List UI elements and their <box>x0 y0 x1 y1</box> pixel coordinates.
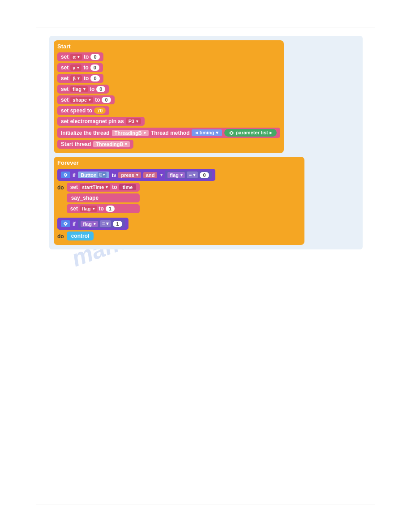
set-gamma-block: set γ ▾ to 0 <box>57 63 103 72</box>
em-label: set electromagnet pin as <box>61 118 124 124</box>
do1-content: set startTime ▾ to time say_shape set fl… <box>67 183 140 213</box>
st-to-label: to <box>112 184 117 190</box>
do2-row: do control <box>57 232 301 240</box>
pin-val[interactable]: P3 ▾ <box>126 118 141 124</box>
press-pill[interactable]: press ▾ <box>118 172 141 178</box>
thread-method-label: Thread method <box>151 130 190 136</box>
alpha-val: 0 <box>90 54 99 60</box>
set-shape-row: set shape ▾ to 0 <box>57 95 280 104</box>
gamma-val: 0 <box>90 64 99 71</box>
say-shape-label: say_shape <box>71 195 98 201</box>
bottom-divider <box>36 505 375 505</box>
and-dropdown[interactable]: ▾ <box>160 172 163 177</box>
flag-var-do1[interactable]: flag ▾ <box>80 206 97 212</box>
to-label-1: to <box>84 54 89 60</box>
threadingb-val-1[interactable]: ThreadingB ▾ <box>112 130 149 136</box>
start-thread-block: Start thread ThreadingB ▾ <box>57 140 133 149</box>
shape-val-0: 0 <box>102 97 111 103</box>
gamma-var[interactable]: γ ▾ <box>70 64 81 71</box>
set-label-3: set <box>61 75 68 82</box>
forever-block: Forever if Button E ▾ is press ▾ and ▾ f… <box>54 157 304 245</box>
speed-val: 70 <box>94 107 106 114</box>
set-label-4: set <box>61 86 68 92</box>
to-label-3: to <box>84 75 89 82</box>
speed-label: set speed to <box>61 107 92 114</box>
gear-icon <box>229 130 234 136</box>
to-label-2: to <box>83 64 88 71</box>
flag-cond-group-2: flag ▾ = ▾ 1 <box>78 219 124 228</box>
beta-val: 0 <box>90 75 99 82</box>
timing-val[interactable]: ◂ timing ▾ <box>192 129 222 136</box>
forever-header: Forever <box>57 159 301 166</box>
set-label-1: set <box>61 54 68 60</box>
gear-icon-1 <box>63 172 68 177</box>
flag-cond-var-2[interactable]: flag ▾ <box>81 221 98 227</box>
button-pill[interactable]: Button E ▾ <box>78 172 109 178</box>
main-container: Start set α ▾ to 0 set γ ▾ to <box>49 36 363 249</box>
flag-cond-val-2: 1 <box>113 221 122 227</box>
alpha-var[interactable]: α ▾ <box>70 54 82 60</box>
if2-row: if flag ▾ = ▾ 1 <box>57 216 301 230</box>
gear-icon-2 <box>63 221 68 226</box>
start-thread-label: Start thread <box>61 141 91 147</box>
beta-var[interactable]: β ▾ <box>70 75 82 82</box>
top-divider <box>36 27 375 27</box>
set-alpha-block: set α ▾ to 0 <box>57 52 103 61</box>
flag-cond-val-1: 0 <box>200 172 209 178</box>
if2-block: if flag ▾ = ▾ 1 <box>57 218 128 230</box>
set-gamma-row: set γ ▾ to 0 <box>57 63 280 72</box>
flag-cond-group-1: flag ▾ = ▾ 0 <box>165 171 211 179</box>
and-pill: and <box>143 172 158 178</box>
set-flag-row: set flag ▾ to 0 <box>57 85 280 94</box>
flag-val-1: 1 <box>106 206 115 212</box>
shape-var[interactable]: shape ▾ <box>70 97 93 103</box>
start-thread-row: Start thread ThreadingB ▾ <box>57 140 280 149</box>
do-label-2: do <box>57 232 64 240</box>
is-label: is <box>111 172 116 178</box>
to-label-5: to <box>95 97 100 103</box>
page: manualshiv.com Start set α ▾ to 0 <box>0 0 411 532</box>
do-label-1: do <box>57 183 64 191</box>
set-alpha-row: set α ▾ to 0 <box>57 52 280 61</box>
set-label-5: set <box>61 97 68 103</box>
init-thread-block: Initialize the thread ThreadingB ▾ Threa… <box>57 128 280 138</box>
set-flag-block: set flag ▾ to 0 <box>57 85 109 94</box>
set-beta-row: set β ▾ to 0 <box>57 74 280 83</box>
if-label-2: if <box>73 221 76 227</box>
init-thread-row: Initialize the thread ThreadingB ▾ Threa… <box>57 128 280 138</box>
svg-point-0 <box>230 132 233 134</box>
set-flag-1-block: set flag ▾ to 1 <box>67 204 140 213</box>
set-speed-row: set speed to 70 <box>57 106 280 115</box>
start-rows: set α ▾ to 0 set γ ▾ to 0 <box>57 52 280 149</box>
gear-pill-2[interactable] <box>61 220 70 227</box>
to-label-4: to <box>90 86 94 92</box>
to-flag-1: to <box>99 206 104 212</box>
svg-point-2 <box>64 223 67 225</box>
set-label-2: set <box>61 64 68 71</box>
say-shape-block: say_shape <box>67 193 140 202</box>
starttime-var[interactable]: startTime ▾ <box>80 184 110 190</box>
set-speed-block: set speed to 70 <box>57 106 109 115</box>
if1-row: if Button E ▾ is press ▾ and ▾ flag ▾ = … <box>57 169 301 181</box>
set-flag-1-label: set <box>70 206 78 212</box>
if-label-1: if <box>73 172 76 178</box>
do2-content: control <box>67 232 94 240</box>
param-list-val[interactable]: parameter list ▸ <box>224 129 277 137</box>
equals-1[interactable]: = ▾ <box>187 172 198 178</box>
set-starttime-block: set startTime ▾ to time <box>67 183 140 192</box>
equals-2[interactable]: = ▾ <box>100 220 111 227</box>
start-header: Start <box>57 43 280 50</box>
set-st-label: set <box>70 184 78 190</box>
control-block: control <box>67 232 94 240</box>
start-block: Start set α ▾ to 0 set γ ▾ to <box>54 40 284 153</box>
threadingb-val-2[interactable]: ThreadingB ▾ <box>93 141 130 147</box>
time-val: time <box>119 184 137 190</box>
flag-var-1[interactable]: flag ▾ <box>70 86 88 92</box>
do1-row: do set startTime ▾ to time say_shape <box>57 183 301 213</box>
set-beta-block: set β ▾ to 0 <box>57 74 103 83</box>
if1-block: if Button E ▾ is press ▾ and ▾ flag ▾ = … <box>57 169 215 181</box>
flag-val-0: 0 <box>96 86 105 92</box>
set-em-row: set electromagnet pin as P3 ▾ <box>57 117 280 126</box>
gear-pill-1[interactable] <box>61 172 70 178</box>
flag-cond-var-1[interactable]: flag ▾ <box>167 172 185 178</box>
